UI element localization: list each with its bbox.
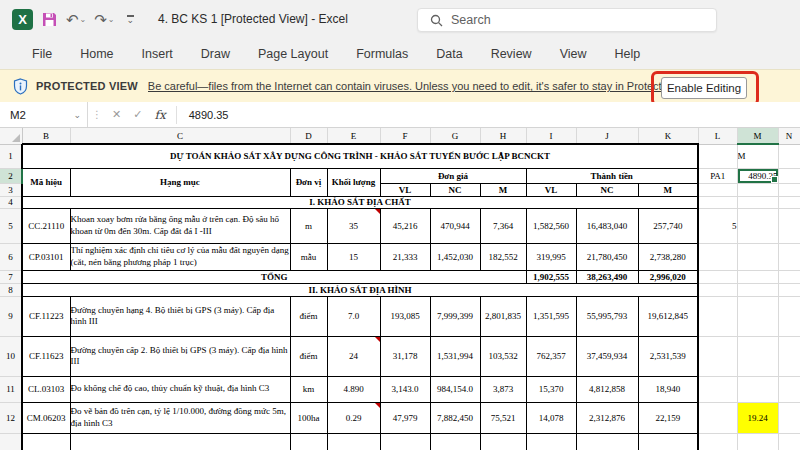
- cell-dg-vl[interactable]: 21,333: [380, 243, 430, 270]
- cell-tt-vl[interactable]: 15,370: [526, 376, 576, 402]
- cell-dg-vl[interactable]: 47,979: [380, 402, 430, 433]
- cell-tt-m[interactable]: 18,940: [638, 376, 698, 402]
- cell-tong-label[interactable]: TỔNG: [22, 270, 526, 283]
- cell-dg-m[interactable]: 75,521: [480, 402, 526, 433]
- cell-tt-vl[interactable]: [526, 433, 576, 450]
- cell-n9[interactable]: [778, 296, 800, 336]
- cell-desc[interactable]: Đường chuyền hạng 4. Bộ thiết bị GPS (3 …: [70, 296, 290, 336]
- undo-icon[interactable]: ↶⌄: [66, 11, 86, 29]
- cell-n1[interactable]: [778, 144, 800, 168]
- cell-tt-m[interactable]: 19,612,845: [638, 296, 698, 336]
- column-header-c[interactable]: C: [70, 128, 290, 144]
- cell-tt-m[interactable]: 2,738,280: [638, 243, 698, 270]
- cell-tt-nc[interactable]: NC: [576, 183, 638, 196]
- cell-desc[interactable]: Thí nghiệm xác định chỉ tiêu cơ lý của m…: [70, 243, 290, 270]
- cell-tt-m[interactable]: M: [638, 183, 698, 196]
- column-header-j[interactable]: J: [576, 128, 638, 144]
- cell-qty[interactable]: 15: [327, 243, 380, 270]
- cell-tt-m[interactable]: 2,531,539: [638, 336, 698, 376]
- cell-code[interactable]: CM.06203: [22, 402, 70, 433]
- column-header-m-selected[interactable]: M: [737, 128, 778, 144]
- cell-code[interactable]: [22, 433, 70, 450]
- cell-tt-m[interactable]: [638, 433, 698, 450]
- cell-desc[interactable]: [70, 433, 290, 450]
- cell-tt-vl[interactable]: 14,078: [526, 402, 576, 433]
- formula-bar-value[interactable]: 4890.35: [181, 109, 229, 121]
- cell-tt-nc[interactable]: 21,780,450: [576, 243, 638, 270]
- cell-dg-nc[interactable]: NC: [430, 183, 480, 196]
- undo-dropdown-icon[interactable]: ⌄: [80, 15, 87, 24]
- redo-icon[interactable]: ↷⌄: [94, 11, 114, 29]
- insert-function-icon[interactable]: fx: [148, 108, 171, 122]
- cell-n5[interactable]: [778, 208, 800, 243]
- cell-l12[interactable]: [698, 402, 737, 433]
- cell-tt-nc[interactable]: 4,812,858: [576, 376, 638, 402]
- cell-header-don-vi[interactable]: Đơn vị: [290, 168, 327, 196]
- cell-code[interactable]: CP.03101: [22, 243, 70, 270]
- tab-view[interactable]: View: [546, 40, 601, 69]
- row-header-11[interactable]: 11: [0, 376, 22, 402]
- cell-dg-m[interactable]: M: [480, 183, 526, 196]
- tab-page-layout[interactable]: Page Layout: [244, 40, 342, 69]
- cell-m4[interactable]: [737, 196, 778, 208]
- cell-dg-m[interactable]: [480, 433, 526, 450]
- cell-tt-vl[interactable]: VL: [526, 183, 576, 196]
- cell-code[interactable]: CF.11623: [22, 336, 70, 376]
- cell-qty[interactable]: 35: [327, 208, 380, 243]
- column-header-b[interactable]: B: [22, 128, 70, 144]
- cell-n3[interactable]: [778, 183, 800, 196]
- cell-dg-vl[interactable]: [380, 433, 430, 450]
- row-header-7[interactable]: 7: [0, 270, 22, 283]
- row-header-13[interactable]: [0, 433, 22, 450]
- cell-tt-m[interactable]: 257,740: [638, 208, 698, 243]
- cell-m13[interactable]: [737, 433, 778, 450]
- cell-l1[interactable]: [698, 144, 737, 168]
- cell-code[interactable]: CC.21110: [22, 208, 70, 243]
- row-header-10[interactable]: 10: [0, 336, 22, 376]
- cell-m10[interactable]: [737, 336, 778, 376]
- cell-dg-m[interactable]: 3,873: [480, 376, 526, 402]
- cell-n10[interactable]: [778, 336, 800, 376]
- tab-help[interactable]: Help: [601, 40, 655, 69]
- tab-insert[interactable]: Insert: [128, 40, 187, 69]
- cell-n12[interactable]: [778, 402, 800, 433]
- cell-n8[interactable]: [778, 283, 800, 296]
- cell-m7[interactable]: [737, 270, 778, 283]
- column-header-e[interactable]: E: [327, 128, 380, 144]
- customize-quick-access-icon[interactable]: ⌄: [127, 15, 135, 24]
- row-header-2-selected[interactable]: 2: [0, 168, 22, 183]
- cell-l4[interactable]: [698, 196, 737, 208]
- cell-m9[interactable]: [737, 296, 778, 336]
- column-header-k[interactable]: K: [638, 128, 698, 144]
- cell-tong-m[interactable]: 2,996,020: [638, 270, 698, 283]
- cell-dg-nc[interactable]: 470,944: [430, 208, 480, 243]
- row-header-3[interactable]: 3: [0, 183, 22, 196]
- tab-data[interactable]: Data: [422, 40, 476, 69]
- cell-n6[interactable]: [778, 243, 800, 270]
- cell-dg-nc[interactable]: 7,999,399: [430, 296, 480, 336]
- tab-file[interactable]: File: [18, 40, 66, 69]
- cell-desc[interactable]: Đo khống chế độ cao, thủy chuẩn kỹ thuật…: [70, 376, 290, 402]
- cell-tt-vl[interactable]: 319,995: [526, 243, 576, 270]
- cell-desc[interactable]: Đường chuyền cấp 2. Bộ thiết bị GPS (3 m…: [70, 336, 290, 376]
- cell-dg-m[interactable]: 182,552: [480, 243, 526, 270]
- cell-unit[interactable]: [290, 433, 327, 450]
- cell-l6[interactable]: [698, 243, 737, 270]
- column-header-d[interactable]: D: [290, 128, 327, 144]
- protected-view-message[interactable]: Be careful—files from the Internet can c…: [148, 80, 668, 92]
- cell-desc[interactable]: Khoan xoay bơm rửa bằng ống mẫu ở trên c…: [70, 208, 290, 243]
- cell-tt-nc[interactable]: [576, 433, 638, 450]
- cell-l3[interactable]: [698, 183, 737, 196]
- search-input[interactable]: Search: [417, 8, 717, 32]
- cell-n2[interactable]: [778, 168, 800, 183]
- enter-icon[interactable]: ✓: [127, 108, 148, 121]
- cell-tt-nc[interactable]: 16,483,040: [576, 208, 638, 243]
- cell-tong-nc[interactable]: 38,263,490: [576, 270, 638, 283]
- cell-header-ma-hieu[interactable]: Mã hiệu: [22, 168, 70, 196]
- cell-dg-nc[interactable]: 7,882,450: [430, 402, 480, 433]
- tab-formulas[interactable]: Formulas: [342, 40, 422, 69]
- cell-dg-vl[interactable]: 3,143.0: [380, 376, 430, 402]
- cell-tt-vl[interactable]: 762,357: [526, 336, 576, 376]
- cell-dg-nc[interactable]: [430, 433, 480, 450]
- excel-app-icon[interactable]: X: [12, 9, 33, 30]
